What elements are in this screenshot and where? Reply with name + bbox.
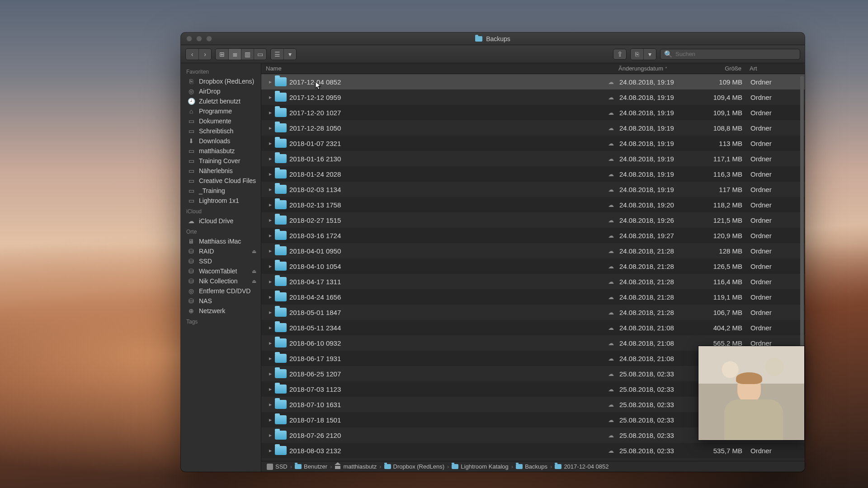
sidebar-fav-0[interactable]: ⎘Dropbox (RedLens): [181, 76, 261, 86]
back-button[interactable]: ‹: [186, 49, 198, 60]
table-row[interactable]: ▸2018-04-10 1054☁24.08.2018, 21:28126,5 …: [261, 258, 805, 274]
table-row[interactable]: ▸2018-01-24 2028☁24.08.2018, 19:19116,3 …: [261, 166, 805, 182]
col-size[interactable]: Größe: [695, 65, 750, 72]
table-row[interactable]: ▸2018-02-03 1134☁24.08.2018, 19:19117 MB…: [261, 182, 805, 197]
disclosure-triangle-icon[interactable]: ▸: [266, 140, 275, 146]
disclosure-triangle-icon[interactable]: ▸: [266, 217, 275, 223]
table-row[interactable]: ▸2018-04-17 1311☁24.08.2018, 21:28116,4 …: [261, 274, 805, 289]
disclosure-triangle-icon[interactable]: ▸: [266, 202, 275, 208]
dropbox-icon[interactable]: ⎘: [631, 49, 643, 60]
group-chevron-icon[interactable]: ▾: [283, 49, 296, 60]
group-button[interactable]: ☰: [271, 49, 283, 60]
search-input[interactable]: [675, 51, 796, 57]
disclosure-triangle-icon[interactable]: ▸: [266, 171, 275, 177]
disclosure-triangle-icon[interactable]: ▸: [266, 294, 275, 300]
sidebar-fav-3[interactable]: ⌂Programme: [181, 106, 261, 116]
table-row[interactable]: ▸2017-12-04 0852☁24.08.2018, 19:19109 MB…: [261, 74, 805, 89]
table-row[interactable]: ▸2018-05-01 1847☁24.08.2018, 21:28106,7 …: [261, 305, 805, 320]
sidebar-loc-0[interactable]: 🖥Matthiass iMac: [181, 236, 261, 246]
disclosure-triangle-icon[interactable]: ▸: [266, 125, 275, 131]
path-segment[interactable]: Benutzer: [295, 463, 327, 470]
path-segment[interactable]: SSD: [267, 463, 288, 470]
sidebar-fav-9[interactable]: ▭Näherlebnis: [181, 166, 261, 176]
disclosure-triangle-icon[interactable]: ▸: [266, 232, 275, 239]
table-row[interactable]: ▸2018-08-03 2132☁25.08.2018, 02:33535,7 …: [261, 443, 805, 458]
table-row[interactable]: ▸2017-12-12 0959☁24.08.2018, 19:19109,4 …: [261, 89, 805, 105]
disclosure-triangle-icon[interactable]: ▸: [266, 324, 275, 331]
path-segment[interactable]: Backups: [516, 463, 547, 470]
table-row[interactable]: ▸2018-05-11 2344☁24.08.2018, 21:08404,2 …: [261, 320, 805, 335]
sidebar-loc-6[interactable]: ⛁NAS: [181, 296, 261, 306]
disclosure-triangle-icon[interactable]: ▸: [266, 79, 275, 85]
table-row[interactable]: ▸2018-03-16 1724☁24.08.2018, 19:27120,9 …: [261, 228, 805, 243]
eject-icon[interactable]: ⏏: [252, 249, 256, 254]
col-name[interactable]: Name: [266, 65, 601, 72]
sidebar-loc-4[interactable]: ⛁Nik Collection⏏: [181, 276, 261, 286]
sidebar-fav-12[interactable]: ▭Lightroom 1x1: [181, 196, 261, 206]
scrollbar-thumb[interactable]: [800, 76, 804, 375]
sidebar-loc-5[interactable]: ◎Entfernte CD/DVD: [181, 286, 261, 296]
file-size: 106,7 MB: [696, 309, 750, 316]
forward-button[interactable]: ›: [198, 49, 211, 60]
search-field[interactable]: 🔍: [660, 49, 800, 60]
disclosure-triangle-icon[interactable]: ▸: [266, 263, 275, 269]
disclosure-triangle-icon[interactable]: ▸: [266, 371, 275, 377]
disclosure-triangle-icon[interactable]: ▸: [266, 401, 275, 408]
sidebar-fav-2[interactable]: 🕘Zuletzt benutzt: [181, 96, 261, 106]
disclosure-triangle-icon[interactable]: ▸: [266, 248, 275, 254]
table-row[interactable]: ▸2018-02-27 1515☁24.08.2018, 19:26121,5 …: [261, 212, 805, 228]
sidebar-icloud-0[interactable]: ☁iCloud Drive: [181, 216, 261, 226]
path-segment[interactable]: 2017-12-04 0852: [555, 463, 609, 470]
table-row[interactable]: ▸2018-01-16 2130☁24.08.2018, 19:19117,1 …: [261, 151, 805, 166]
table-row[interactable]: ▸2017-12-20 1027☁24.08.2018, 19:19109,1 …: [261, 105, 805, 120]
disclosure-triangle-icon[interactable]: ▸: [266, 155, 275, 162]
sidebar-fav-5[interactable]: ▭Schreibtisch: [181, 126, 261, 136]
disclosure-triangle-icon[interactable]: ▸: [266, 417, 275, 423]
path-segment[interactable]: Lightroom Katalog: [452, 463, 509, 470]
disclosure-triangle-icon[interactable]: ▸: [266, 355, 275, 361]
table-row[interactable]: ▸2018-04-01 0950☁24.08.2018, 21:28128 MB…: [261, 243, 805, 258]
dropbox-chevron-icon[interactable]: ▾: [643, 49, 656, 60]
disclosure-triangle-icon[interactable]: ▸: [266, 340, 275, 346]
col-mod[interactable]: Änderungsdatum˄: [618, 65, 695, 72]
icon-view-button[interactable]: ⊞: [216, 49, 228, 60]
disclosure-triangle-icon[interactable]: ▸: [266, 432, 275, 438]
group-menu[interactable]: ☰ ▾: [270, 48, 297, 60]
path-segment[interactable]: Dropbox (RedLens): [384, 463, 444, 470]
sidebar-fav-10[interactable]: ▭Creative Cloud Files: [181, 176, 261, 186]
file-size: 116,4 MB: [696, 278, 750, 286]
sidebar-loc-3[interactable]: ⛁WacomTablet⏏: [181, 266, 261, 276]
table-row[interactable]: ▸2018-01-07 2321☁24.08.2018, 19:19113 MB…: [261, 136, 805, 151]
col-kind[interactable]: Art: [750, 65, 799, 72]
eject-icon[interactable]: ⏏: [252, 268, 256, 274]
path-segment[interactable]: matthiasbutz: [335, 463, 377, 470]
sidebar-fav-11[interactable]: ▭_Training: [181, 186, 261, 196]
share-button[interactable]: ⇪: [613, 49, 627, 60]
table-row[interactable]: ▸2017-12-28 1050☁24.08.2018, 19:19108,8 …: [261, 120, 805, 136]
titlebar[interactable]: Backups: [181, 33, 805, 45]
table-row[interactable]: ▸2018-02-13 1758☁24.08.2018, 19:20118,2 …: [261, 197, 805, 212]
list-view-button[interactable]: ≣: [228, 49, 241, 60]
disclosure-triangle-icon[interactable]: ▸: [266, 309, 275, 315]
gallery-view-button[interactable]: ▭: [254, 49, 266, 60]
disclosure-triangle-icon[interactable]: ▸: [266, 278, 275, 285]
file-kind: Ordner: [750, 78, 800, 86]
disclosure-triangle-icon[interactable]: ▸: [266, 94, 275, 100]
sidebar-fav-1[interactable]: ◎AirDrop: [181, 86, 261, 96]
sidebar-loc-7[interactable]: ⊕Netzwerk: [181, 306, 261, 316]
column-view-button[interactable]: ▥: [241, 49, 254, 60]
sidebar-loc-1[interactable]: ⛁RAID⏏: [181, 246, 261, 256]
eject-icon[interactable]: ⏏: [252, 278, 256, 284]
file-name: 2018-06-17 1931: [289, 355, 602, 362]
disclosure-triangle-icon[interactable]: ▸: [266, 186, 275, 192]
sidebar-fav-4[interactable]: ▭Dokumente: [181, 116, 261, 126]
disclosure-triangle-icon[interactable]: ▸: [266, 447, 275, 454]
sidebar-fav-8[interactable]: ▭Training Cover: [181, 156, 261, 166]
sidebar-fav-7[interactable]: ▭matthiasbutz: [181, 146, 261, 156]
disclosure-triangle-icon[interactable]: ▸: [266, 386, 275, 392]
sidebar-fav-6[interactable]: ⬇Downloads: [181, 136, 261, 146]
disclosure-triangle-icon[interactable]: ▸: [266, 109, 275, 116]
dropbox-menu[interactable]: ⎘ ▾: [630, 48, 656, 60]
sidebar-loc-2[interactable]: ⛁SSD: [181, 256, 261, 266]
table-row[interactable]: ▸2018-04-24 1656☁24.08.2018, 21:28119,1 …: [261, 289, 805, 305]
